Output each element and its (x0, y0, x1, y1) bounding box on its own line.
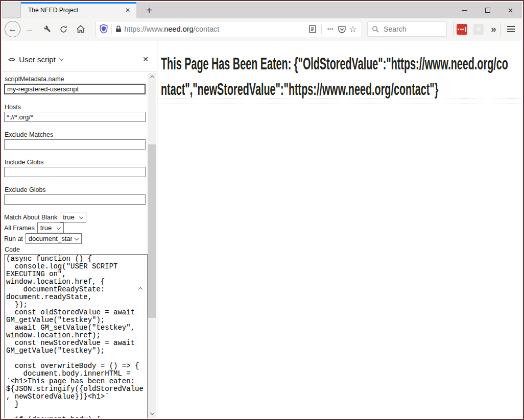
tab-the-need-project[interactable]: The NEED Project ✕ (21, 2, 136, 18)
url-path: /contact (194, 25, 220, 33)
page-eaten-heading: This Page Has Been Eaten: {"OldStoredVal… (161, 51, 512, 102)
dotted-divider (157, 104, 522, 104)
red-extension-icon[interactable] (457, 24, 467, 35)
bookmark-star-icon[interactable]: ☆ (347, 23, 359, 35)
tab-close-icon[interactable]: ✕ (123, 6, 132, 15)
match-about-blank-select[interactable]: true (60, 212, 86, 223)
url-domain: need.org (164, 25, 193, 33)
menu-hamburger-icon[interactable] (505, 26, 517, 32)
reader-mode-icon[interactable] (307, 23, 318, 35)
scrollbar-thumb[interactable] (148, 144, 156, 318)
hosts-input[interactable] (4, 112, 146, 122)
maximize-icon (485, 8, 490, 13)
page-actions-icon[interactable]: ••• (325, 23, 336, 35)
forward-button: → (22, 22, 36, 36)
name-input[interactable] (4, 84, 146, 94)
all-frames-label: All Frames (4, 225, 35, 232)
search-input[interactable] (384, 25, 442, 33)
sidebar-header: <> User script ✕ (2, 40, 157, 71)
home-icon[interactable] (74, 22, 87, 36)
url-bar[interactable]: https://www.need.org/contact ••• ☆ (96, 21, 362, 37)
navigation-toolbar: ← → https://www.need.org/contact ••• (2, 18, 522, 40)
window-controls: ✕ (453, 2, 522, 18)
urlbar-separator (111, 24, 112, 34)
minimize-button[interactable] (453, 2, 476, 18)
run-at-select[interactable]: document_start (26, 233, 82, 244)
toolbar-separator-2 (501, 22, 501, 36)
wrench-icon[interactable] (39, 22, 53, 36)
pocket-icon[interactable] (336, 23, 347, 35)
urlbar-separator-2 (321, 24, 322, 34)
field-label-exclude-matches: Exclude Matches (5, 131, 148, 138)
field-label-include-globs: Include Globs (5, 159, 148, 166)
back-button[interactable]: ← (5, 21, 20, 37)
page-content: This Page Has Been Eaten: {"OldStoredVal… (157, 40, 522, 418)
field-label-hosts: Hosts (5, 104, 148, 111)
exclude-globs-input[interactable] (4, 194, 146, 205)
new-tab-button[interactable]: + (141, 2, 157, 18)
code-label: Code (5, 246, 148, 253)
dotted-divider (157, 98, 522, 98)
url-prefix: https://www. (124, 25, 164, 33)
tab-bar: The NEED Project ✕ + ✕ (2, 2, 522, 18)
scroll-up-button[interactable] (148, 73, 156, 82)
sidebar-title: User script (19, 55, 56, 64)
window-close-button[interactable]: ✕ (499, 2, 522, 18)
overflow-chevrons-icon[interactable]: » (491, 23, 496, 35)
userscript-sidebar: <> User script ✕ scriptMetadata.name Hos… (2, 40, 157, 418)
search-box[interactable] (367, 21, 447, 37)
tracking-protection-shield-icon[interactable] (99, 24, 108, 34)
browser-window: The NEED Project ✕ + ✕ ← → (0, 0, 524, 420)
toolbar-separator-1 (453, 22, 454, 36)
maximize-button[interactable] (476, 2, 499, 18)
match-about-blank-label: Match About Blank (4, 214, 57, 221)
sidebar-scrollbar[interactable] (148, 73, 156, 418)
all-frames-select[interactable]: true (37, 223, 64, 233)
url-text[interactable]: https://www.need.org/contact (124, 25, 307, 33)
field-label-name: scriptMetadata.name (5, 76, 148, 83)
tab-title: The NEED Project (28, 7, 123, 14)
code-editor[interactable]: (async function () { console.log("USER S… (4, 254, 148, 418)
code-brackets-icon: <> (8, 56, 15, 63)
scroll-down-button[interactable] (148, 408, 156, 417)
lock-icon[interactable] (115, 25, 122, 33)
sidebar-close-icon[interactable]: ✕ (140, 54, 151, 64)
userscript-form: scriptMetadata.name Hosts Exclude Matche… (4, 71, 148, 418)
sidebar-title-chevron-icon[interactable] (59, 56, 63, 60)
minimize-icon (462, 10, 467, 11)
gray-extension-icon[interactable]: ✳ (473, 24, 484, 35)
titlebar-spacer (3, 3, 21, 17)
field-label-exclude-globs: Exclude Globs (5, 186, 148, 193)
reload-icon[interactable] (57, 22, 70, 36)
exclude-matches-input[interactable] (4, 139, 146, 150)
search-icon (372, 26, 379, 33)
include-globs-input[interactable] (4, 167, 146, 177)
run-at-label: Run at (4, 235, 23, 242)
